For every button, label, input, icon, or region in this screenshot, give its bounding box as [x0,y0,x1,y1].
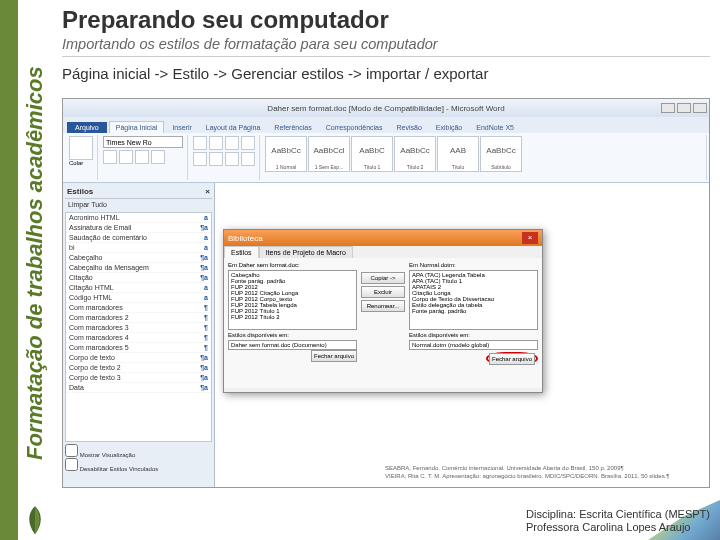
organizer-tab-macros[interactable]: Itens de Projeto de Macro [259,246,353,258]
slide-subtitle: Importando os estilos de formatação para… [62,36,710,57]
organizer-right-label: Em Normal.dotm: [409,262,538,268]
style-list-item[interactable]: Com marcadores 5¶ [66,343,211,353]
paste-icon[interactable] [69,136,93,160]
style-list-item[interactable]: Assinatura de Email¶a [66,223,211,233]
tab-insert[interactable]: Inserir [166,122,197,133]
footer-line-1: Disciplina: Escrita Científica (MESPT) [526,508,710,521]
maximize-icon[interactable] [677,103,691,113]
style-list-item[interactable]: Cabeçalho da Mensagem¶a [66,263,211,273]
style-list-item[interactable]: Corpo de texto 2¶a [66,363,211,373]
styles-pane-title: Estilos [67,187,93,196]
close-file-right-button[interactable]: Fechar arquivo [489,353,535,365]
numbering-icon[interactable] [209,136,223,150]
style-list-item[interactable]: Citação HTMLa [66,283,211,293]
organizer-left-column: Em Daher sem format.doc: CabeçalhoFonte … [228,262,357,384]
style-list-item[interactable]: Com marcadores 3¶ [66,323,211,333]
slide-footer: Disciplina: Escrita Científica (MESPT) P… [526,508,710,534]
tab-mailings[interactable]: Correspondências [320,122,389,133]
style-gallery-item[interactable]: AaBbCcTítulo 2 [394,136,436,172]
underline-icon[interactable] [135,150,149,164]
styles-pane: Estilos × Limpar Tudo Acronimo HTMLaAssi… [63,183,215,487]
justify-icon[interactable] [241,152,255,166]
organizer-close-icon[interactable]: × [522,232,538,244]
vertical-section-title: Formatação de trabalhos acadêmicos [22,60,48,460]
bold-icon[interactable] [103,150,117,164]
tab-file[interactable]: Arquivo [67,122,107,133]
document-text: SEABRA, Fernando. Comércio internacional… [385,465,699,481]
organizer-tabs: Estilos Itens de Projeto de Macro [224,246,542,258]
style-list-item[interactable]: bia [66,243,211,253]
word-app-screenshot: Daher sem format.doc [Modo de Compatibil… [62,98,710,488]
tab-references[interactable]: Referências [268,122,317,133]
organizer-right-item[interactable]: Fonte parág. padrão [411,308,536,314]
disable-linked-checkbox[interactable]: Desabilitar Estilos Vinculados [65,458,212,472]
ribbon: Colar Times New Ro [63,133,709,183]
organizer-middle-buttons: Copiar -> Excluir Renomear... [361,262,405,384]
style-list-item[interactable]: Corpo de texto¶a [66,353,211,363]
organizer-dialog: Biblioteca × Estilos Itens de Projeto de… [223,229,543,393]
style-list-item[interactable]: Data¶a [66,383,211,393]
font-group: Times New Ro [99,135,188,180]
tab-endnote[interactable]: EndNote X5 [470,122,520,133]
style-gallery-item[interactable]: AaBbCcl1 Sem Esp... [308,136,350,172]
close-icon[interactable] [693,103,707,113]
organizer-right-column: Em Normal.dotm: APA (TAC) Legenda Tabela… [409,262,538,384]
styles-list[interactable]: Acronimo HTMLaAssinatura de Email¶aSauda… [65,212,212,442]
ribbon-tabs: Arquivo Página Inicial Inserir Layout da… [63,117,709,133]
organizer-left-list[interactable]: CabeçalhoFonte parág. padrãoFUP 2012FUP … [228,270,357,330]
style-gallery-item[interactable]: AABTítulo [437,136,479,172]
slide-accent-bar [0,0,18,540]
style-list-item[interactable]: Saudação de comentárioa [66,233,211,243]
organizer-left-item[interactable]: FUP 2012 Título 2 [230,314,355,320]
organizer-body: Em Daher sem format.doc: CabeçalhoFonte … [224,258,542,388]
slide-title: Preparando seu computador [62,6,710,34]
minimize-icon[interactable] [661,103,675,113]
word-title-text: Daher sem format.doc [Modo de Compatibil… [267,104,504,113]
style-list-item[interactable]: Cabeçalho¶a [66,253,211,263]
align-right-icon[interactable] [225,152,239,166]
clear-all-link[interactable]: Limpar Tudo [65,199,212,210]
align-left-icon[interactable] [193,152,207,166]
tab-review[interactable]: Revisão [391,122,428,133]
style-gallery-item[interactable]: AaBbCTítulo 1 [351,136,393,172]
doc-line-1: SEABRA, Fernando. Comércio internacional… [385,465,699,473]
style-list-item[interactable]: Acronimo HTMLa [66,213,211,223]
copy-button[interactable]: Copiar -> [361,272,405,284]
styles-group: AaBbCc1 NormalAaBbCcl1 Sem Esp...AaBbCTí… [261,135,707,180]
strike-icon[interactable] [151,150,165,164]
organizer-right-source[interactable]: Normal.dotm (modelo global) [409,340,538,350]
style-list-item[interactable]: Código HTMLa [66,293,211,303]
organizer-avail-right-label: Estilos disponíveis em: [409,332,538,338]
close-file-left-button[interactable]: Fechar arquivo [311,350,357,362]
style-list-item[interactable]: Corpo de texto 3¶a [66,373,211,383]
sort-icon[interactable] [241,136,255,150]
style-list-item[interactable]: Citação¶a [66,273,211,283]
organizer-title: Biblioteca [228,234,263,243]
tab-view[interactable]: Exibição [430,122,468,133]
rename-button[interactable]: Renomear... [361,300,405,312]
style-list-item[interactable]: Com marcadores¶ [66,303,211,313]
bullets-icon[interactable] [193,136,207,150]
style-gallery-item[interactable]: AaBbCc1 Normal [265,136,307,172]
word-titlebar: Daher sem format.doc [Modo de Compatibil… [63,99,709,117]
style-list-item[interactable]: Com marcadores 2¶ [66,313,211,323]
organizer-left-source[interactable]: Daher sem format.doc (Documento) [228,340,357,350]
paragraph-group [189,135,260,180]
paste-label: Colar [69,160,93,166]
italic-icon[interactable] [119,150,133,164]
close-pane-icon[interactable]: × [205,187,210,196]
style-list-item[interactable]: Com marcadores 4¶ [66,333,211,343]
show-preview-checkbox[interactable]: Mostrar Visualização [65,444,212,458]
font-name-combo[interactable]: Times New Ro [103,136,183,148]
delete-button[interactable]: Excluir [361,286,405,298]
organizer-tab-styles[interactable]: Estilos [224,246,259,258]
tab-layout[interactable]: Layout da Página [200,122,267,133]
slide-header: Preparando seu computador Importando os … [62,6,710,82]
indent-icon[interactable] [225,136,239,150]
organizer-titlebar: Biblioteca × [224,230,542,246]
align-center-icon[interactable] [209,152,223,166]
organizer-right-list[interactable]: APA (TAC) Legenda TabelaAPA (TAC) Título… [409,270,538,330]
footer-line-2: Professora Carolina Lopes Araujo [526,521,710,534]
style-gallery-item[interactable]: AaBbCcSubtítulo [480,136,522,172]
tab-home[interactable]: Página Inicial [109,121,165,133]
